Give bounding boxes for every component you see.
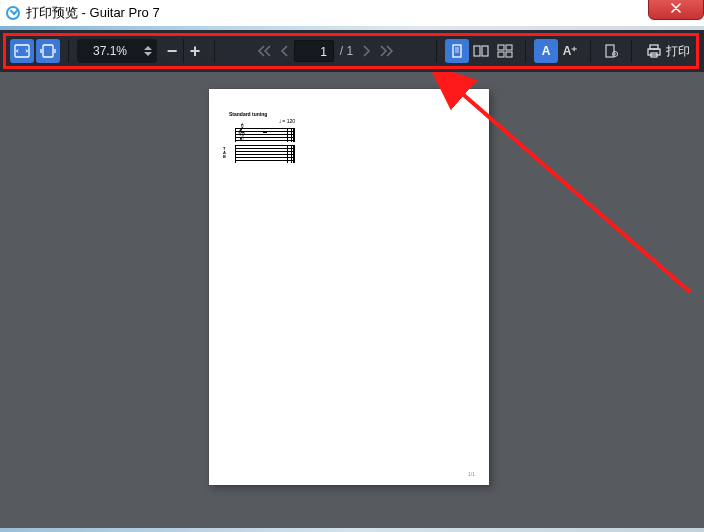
tuning-label: Standard tuning (229, 111, 295, 117)
svg-rect-1 (43, 45, 53, 57)
separator (525, 40, 526, 62)
svg-rect-5 (498, 45, 504, 50)
app-icon (6, 6, 20, 20)
rest-icon (263, 131, 267, 133)
separator (68, 40, 69, 62)
separator (631, 40, 632, 62)
tab-staff: T A B (229, 145, 295, 163)
window-glass-stripe-bottom (0, 528, 704, 532)
chevron-right-icon (362, 45, 372, 57)
svg-rect-6 (506, 45, 512, 50)
chevron-left-icon (279, 45, 289, 57)
facing-pages-icon (473, 44, 489, 58)
svg-rect-4 (482, 46, 488, 56)
zoom-value: 37.1% (79, 44, 141, 58)
last-page-button[interactable] (377, 39, 397, 63)
fit-width-button[interactable] (10, 39, 34, 63)
svg-rect-8 (506, 52, 512, 57)
printer-icon (646, 44, 662, 58)
grid-pages-icon (497, 44, 513, 58)
preview-page: Standard tuning ♩ = 120 𝄞 T A (209, 89, 489, 485)
chevron-up-icon (144, 46, 152, 50)
zoom-stepper[interactable] (141, 41, 155, 61)
svg-rect-3 (474, 46, 480, 56)
svg-line-15 (458, 90, 690, 292)
fit-page-icon (40, 44, 56, 58)
page-footer-number: 1/1 (468, 471, 475, 477)
toolbar: 37.1% − + 1 / 1 (0, 30, 704, 72)
zoom-plus-minus: − + (161, 39, 206, 63)
score-content: Standard tuning ♩ = 120 𝄞 T A (229, 111, 295, 163)
preview-area[interactable]: Standard tuning ♩ = 120 𝄞 T A (0, 72, 704, 528)
svg-rect-2 (453, 45, 461, 57)
print-label: 打印 (666, 43, 690, 60)
prev-page-button[interactable] (274, 39, 294, 63)
chevrons-right-icon (380, 45, 394, 57)
close-icon (670, 3, 682, 13)
separator (436, 40, 437, 62)
page-setup-button[interactable] (599, 39, 623, 63)
next-page-button[interactable] (357, 39, 377, 63)
font-size-a-plus-button[interactable]: A⁺ (558, 39, 582, 63)
view-single-page-button[interactable] (445, 39, 469, 63)
page-setup-icon (603, 44, 619, 58)
titlebar: 打印预览 - Guitar Pro 7 (0, 0, 704, 26)
print-button[interactable]: 打印 (640, 38, 696, 64)
close-button[interactable] (648, 0, 704, 20)
first-page-button[interactable] (254, 39, 274, 63)
zoom-level-select[interactable]: 37.1% (77, 39, 157, 63)
font-size-a-button[interactable]: A (534, 39, 558, 63)
page-number-input[interactable]: 1 (294, 40, 334, 62)
fit-width-icon (14, 44, 30, 58)
fit-page-button[interactable] (36, 39, 60, 63)
page-total-label: / 1 (340, 44, 353, 58)
tab-label: T A B (223, 147, 226, 159)
zoom-in-button[interactable]: + (183, 39, 206, 63)
chevrons-left-icon (257, 45, 271, 57)
view-grid-button[interactable] (493, 39, 517, 63)
toolbar-container: 37.1% − + 1 / 1 (0, 30, 704, 72)
separator (214, 40, 215, 62)
window-title: 打印预览 - Guitar Pro 7 (26, 4, 160, 22)
chevron-down-icon (144, 52, 152, 56)
svg-point-11 (614, 53, 616, 55)
svg-rect-13 (648, 49, 660, 55)
zoom-out-button[interactable]: − (161, 39, 183, 63)
view-facing-pages-button[interactable] (469, 39, 493, 63)
single-page-icon (450, 44, 464, 58)
notation-staff: 𝄞 (229, 126, 295, 140)
separator (590, 40, 591, 62)
svg-rect-7 (498, 52, 504, 57)
